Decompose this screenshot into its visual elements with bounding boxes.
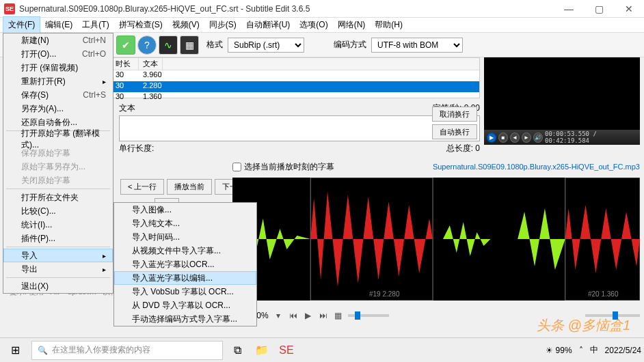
- menu-import[interactable]: 导入▸: [3, 249, 113, 262]
- ime-icon[interactable]: 中: [590, 344, 598, 356]
- menu-compare[interactable]: 比较(C)...: [3, 204, 113, 218]
- menu-exit[interactable]: 退出(X): [3, 279, 113, 293]
- window-title: Supernatural.S09E09.1080p.Bluray.x265-Hi…: [19, 4, 554, 14]
- next-icon[interactable]: ►: [522, 133, 531, 143]
- watermark: 头条 @多恼盒1: [537, 316, 630, 335]
- grid-icon[interactable]: ▦: [333, 310, 344, 321]
- submenu-vobsub[interactable]: 导入 VobSub 字幕以 OCR...: [114, 285, 256, 298]
- menu-close-orig[interactable]: 关闭原始字幕: [3, 173, 113, 187]
- menu-open-folder[interactable]: 打开所在文件夹: [3, 191, 113, 204]
- play-icon[interactable]: ▶: [303, 310, 314, 321]
- encoding-select[interactable]: UTF-8 with BOM: [371, 38, 463, 53]
- total-len: 总长度: 0: [446, 143, 480, 154]
- encoding-label: 编码方式: [334, 39, 366, 51]
- menu-open-keep[interactable]: 打开 (保留视频): [3, 61, 113, 74]
- play-current-button[interactable]: 播放当前: [167, 179, 212, 195]
- menu-spell[interactable]: 拼写检查(S): [114, 17, 167, 33]
- zoom-slider[interactable]: [348, 314, 389, 317]
- waveform-display[interactable]: #19 2.280 #20 1.360: [232, 178, 640, 301]
- app-icon: SE: [4, 3, 15, 14]
- menu-network[interactable]: 网络(N): [333, 17, 371, 33]
- menu-stats[interactable]: 统计(I)...: [3, 218, 113, 232]
- format-select[interactable]: SubRip (.srt): [228, 38, 304, 53]
- prev-line-button[interactable]: < 上一行: [120, 179, 164, 195]
- subtitle-grid[interactable]: 时长 文本 303.960 302.280 301.360: [111, 57, 480, 98]
- rewind-icon[interactable]: ⏮: [288, 310, 299, 321]
- menu-orig-saveas[interactable]: 原始字幕另存为...: [3, 160, 113, 173]
- video-icon[interactable]: ▦: [180, 36, 199, 55]
- explorer-icon[interactable]: 📁: [252, 341, 272, 360]
- menu-file[interactable]: 文件(F): [3, 16, 40, 33]
- menu-video[interactable]: 视频(V): [167, 17, 204, 33]
- weather-icon[interactable]: ☀ 99%: [546, 346, 572, 355]
- maximize-button[interactable]: ▢: [584, 0, 614, 18]
- text-label: 文本: [119, 102, 135, 114]
- submenu-from-video[interactable]: 从视频文件中导入字幕...: [114, 244, 256, 257]
- select-current-label: 选择当前播放时刻的字幕: [244, 161, 334, 173]
- play-icon[interactable]: ▶: [487, 133, 496, 143]
- video-time: 00:00:53.550 / 00:42:19.584: [545, 130, 637, 144]
- menu-restore[interactable]: 还原自动备份...: [3, 115, 113, 129]
- auto-wrap-button[interactable]: 自动换行: [432, 124, 477, 139]
- help-icon[interactable]: ?: [137, 36, 157, 55]
- select-current-checkbox[interactable]: [232, 163, 241, 171]
- search-input[interactable]: 🔍在这里输入你要搜索的内容: [31, 341, 223, 360]
- date-label: 2022/5/24: [605, 346, 641, 355]
- submenu-bluray-ocr[interactable]: 导入蓝光字幕以OCR...: [114, 257, 256, 271]
- submenu-dvd[interactable]: 从 DVD 导入字幕以 OCR...: [114, 298, 256, 312]
- stop-icon[interactable]: ■: [498, 133, 508, 143]
- menu-sync[interactable]: 同步(S): [204, 17, 241, 33]
- single-line-len: 单行长度:: [119, 143, 154, 154]
- file-menu: 新建(N)Ctrl+N 打开(O)...Ctrl+O 打开 (保留视频) 重新打…: [3, 33, 113, 294]
- menu-save-orig[interactable]: 保存原始字幕: [3, 146, 113, 160]
- menu-save[interactable]: 保存(S)Ctrl+S: [3, 88, 113, 102]
- menu-help[interactable]: 帮助(H): [370, 17, 407, 33]
- cancel-wrap-button[interactable]: 取消换行: [432, 107, 477, 122]
- format-label: 格式: [206, 39, 223, 51]
- table-row[interactable]: 301.360: [111, 92, 479, 103]
- forward-icon[interactable]: ⏭: [318, 310, 329, 321]
- waveform-icon[interactable]: ∿: [159, 36, 178, 55]
- submenu-manual[interactable]: 手动选择编码方式导入字幕...: [114, 312, 256, 326]
- close-button[interactable]: ✕: [614, 0, 644, 18]
- menu-options[interactable]: 选项(O): [295, 17, 332, 33]
- menu-open-orig[interactable]: 打开原始字幕 (翻译模式)...: [3, 133, 113, 146]
- table-row[interactable]: 303.960: [111, 70, 479, 81]
- tray-up-icon[interactable]: ˄: [579, 346, 583, 355]
- submenu-timecode[interactable]: 导入时间码...: [114, 230, 256, 244]
- menu-export[interactable]: 导出▸: [3, 262, 113, 276]
- check-icon[interactable]: ✔: [116, 36, 135, 55]
- minimize-button[interactable]: —: [554, 0, 584, 18]
- col-duration: 时长: [111, 58, 139, 70]
- menu-tools[interactable]: 工具(T): [77, 17, 113, 33]
- subtitle-text-input[interactable]: [119, 115, 480, 141]
- menu-edit[interactable]: 编辑(E): [40, 17, 77, 33]
- menu-new[interactable]: 新建(N)Ctrl+N: [3, 33, 113, 47]
- menu-plugins[interactable]: 插件(P)...: [3, 232, 113, 245]
- submenu-text[interactable]: 导入纯文本...: [114, 217, 256, 230]
- submenu-image[interactable]: 导入图像...: [114, 203, 256, 217]
- submenu-bluray-edit[interactable]: 导入蓝光字幕以编辑...: [114, 271, 256, 285]
- menu-open[interactable]: 打开(O)...Ctrl+O: [3, 47, 113, 61]
- menu-translate[interactable]: 自动翻译(U): [241, 17, 295, 33]
- audio-filename: Supernatural.S09E09.1080p.Bluray.x265-Hi…: [433, 163, 640, 171]
- start-button[interactable]: ⊞: [3, 340, 27, 361]
- import-submenu: 导入图像... 导入纯文本... 导入时间码... 从视频文件中导入字幕... …: [113, 202, 257, 326]
- menu-reopen[interactable]: 重新打开(R)▸: [3, 74, 113, 88]
- mute-icon[interactable]: 🔊: [533, 133, 543, 143]
- prev-icon[interactable]: ◄: [510, 133, 520, 143]
- col-text: 文本: [139, 58, 163, 70]
- wave-seg-label: #19 2.280: [369, 290, 400, 298]
- search-icon: 🔍: [38, 346, 48, 355]
- table-row[interactable]: 302.280: [111, 81, 479, 92]
- chevron-down-icon[interactable]: ▾: [273, 310, 284, 321]
- menu-saveas[interactable]: 另存为(A)...: [3, 102, 113, 115]
- app-icon[interactable]: SE: [276, 341, 297, 360]
- task-view-icon[interactable]: ⧉: [227, 341, 247, 360]
- wave-seg-label: #20 1.360: [588, 290, 619, 298]
